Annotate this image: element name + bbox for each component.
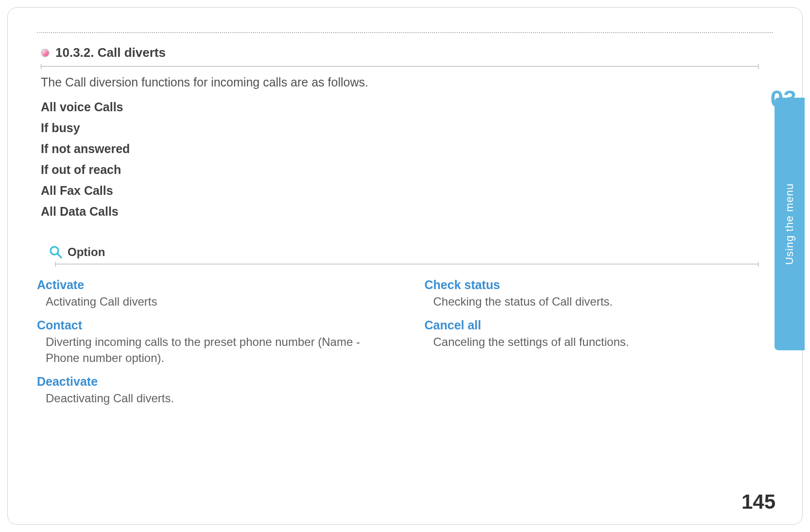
divert-item: All Fax Calls bbox=[37, 184, 773, 198]
option-desc: Activating Call diverts bbox=[37, 294, 386, 309]
option-label: Option bbox=[68, 245, 105, 259]
divert-item: If busy bbox=[37, 121, 773, 135]
option-columns: Activate Activating Call diverts Contact… bbox=[37, 278, 773, 415]
option-entry: Cancel all Canceling the settings of all… bbox=[425, 318, 774, 350]
rule-line bbox=[41, 66, 758, 67]
option-title: Deactivate bbox=[37, 375, 386, 389]
option-desc: Canceling the settings of all functions. bbox=[425, 334, 774, 350]
option-entry: Contact Diverting incoming calls to the … bbox=[37, 318, 386, 366]
option-title: Cancel all bbox=[425, 318, 774, 332]
chapter-number: 03 bbox=[771, 86, 796, 112]
section-title: 10.3.2. Call diverts bbox=[55, 45, 166, 60]
option-title: Contact bbox=[37, 318, 386, 332]
option-desc: Deactivating Call diverts. bbox=[37, 391, 386, 406]
page-frame: 10.3.2. Call diverts The Call diversion … bbox=[7, 7, 803, 525]
side-tab-label: Using the menu bbox=[783, 183, 796, 265]
page-number: 145 bbox=[741, 490, 776, 514]
option-block: Option Activate Activating Call diverts … bbox=[37, 245, 773, 415]
bullet-icon bbox=[41, 49, 50, 57]
divert-item: All Data Calls bbox=[37, 205, 773, 219]
divert-item: All voice Calls bbox=[37, 100, 773, 114]
magnifier-icon bbox=[49, 245, 63, 259]
dotted-divider bbox=[37, 32, 773, 33]
side-tab: Using the menu bbox=[775, 98, 805, 350]
option-entry: Check status Checking the status of Call… bbox=[425, 278, 774, 309]
option-desc: Diverting incoming calls to the preset p… bbox=[37, 334, 386, 366]
intro-text: The Call diversion functions for incomin… bbox=[37, 75, 773, 89]
option-column-left: Activate Activating Call diverts Contact… bbox=[37, 278, 386, 415]
option-entry: Activate Activating Call diverts bbox=[37, 278, 386, 309]
option-column-right: Check status Checking the status of Call… bbox=[425, 278, 774, 415]
divert-item: If out of reach bbox=[37, 163, 773, 177]
section-heading: 10.3.2. Call diverts bbox=[37, 45, 773, 60]
option-desc: Checking the status of Call diverts. bbox=[425, 294, 774, 309]
divert-item: If not answered bbox=[37, 142, 773, 156]
option-title: Check status bbox=[425, 278, 774, 292]
option-header: Option bbox=[37, 245, 773, 259]
svg-line-1 bbox=[57, 254, 61, 257]
rule-line bbox=[55, 264, 758, 264]
option-title: Activate bbox=[37, 278, 386, 292]
option-entry: Deactivate Deactivating Call diverts. bbox=[37, 375, 386, 406]
